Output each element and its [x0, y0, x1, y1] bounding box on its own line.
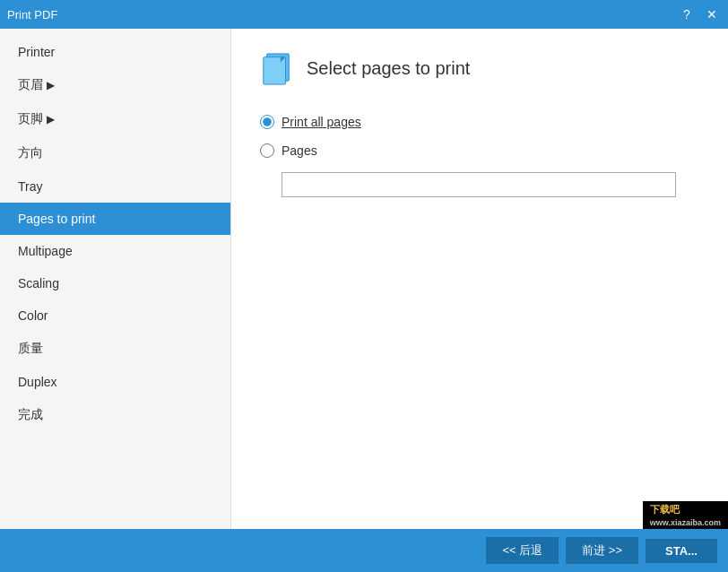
sidebar-item-tray[interactable]: Tray [0, 170, 230, 203]
radio-group: Print all pages Pages [260, 115, 699, 197]
sidebar-item-finish[interactable]: 完成 [0, 398, 230, 432]
window-title: Print PDF [7, 8, 57, 22]
help-button[interactable]: ? [678, 5, 696, 23]
svg-rect-1 [264, 57, 286, 84]
title-bar-controls: ? ✕ [678, 5, 721, 23]
sidebar: Printer 页眉 ▶ 页脚 ▶ 方向 Tray Pages to print… [0, 29, 231, 529]
sidebar-item-direction[interactable]: 方向 [0, 136, 230, 170]
sidebar-item-multipage[interactable]: Multipage [0, 235, 230, 267]
bottom-bar: << 后退 前进 >> STA... [0, 529, 728, 572]
pages-option[interactable]: Pages [260, 143, 699, 158]
sidebar-item-color[interactable]: Color [0, 299, 230, 332]
content-header: Select pages to print [260, 50, 699, 86]
back-button[interactable]: << 后退 [486, 537, 559, 564]
pages-icon [260, 50, 296, 86]
content-area: Select pages to print Print all pages Pa… [231, 29, 728, 529]
pages-radio[interactable] [260, 143, 274, 158]
pages-input[interactable] [282, 172, 676, 197]
arrow-icon: ▶ [47, 113, 55, 126]
title-bar: Print PDF ? ✕ [0, 0, 728, 29]
sidebar-item-pages-to-print[interactable]: Pages to print [0, 203, 230, 235]
sidebar-item-scaling[interactable]: Scaling [0, 267, 230, 299]
next-button[interactable]: 前进 >> [566, 537, 638, 564]
start-button[interactable]: STA... [646, 539, 717, 563]
sidebar-item-page-footer[interactable]: 页脚 ▶ [0, 102, 230, 136]
watermark: 下载吧www.xiazaiba.com [643, 501, 728, 529]
content-title: Select pages to print [307, 58, 470, 79]
print-all-label: Print all pages [282, 115, 361, 129]
close-button[interactable]: ✕ [703, 5, 721, 23]
main-container: Printer 页眉 ▶ 页脚 ▶ 方向 Tray Pages to print… [0, 29, 728, 529]
sidebar-item-printer[interactable]: Printer [0, 36, 230, 68]
sidebar-item-page-margin[interactable]: 页眉 ▶ [0, 68, 230, 102]
sidebar-item-duplex[interactable]: Duplex [0, 366, 230, 398]
print-all-option[interactable]: Print all pages [260, 115, 699, 129]
print-all-radio[interactable] [260, 115, 274, 129]
pages-label: Pages [282, 143, 317, 158]
sidebar-item-quality[interactable]: 质量 [0, 332, 230, 366]
arrow-icon: ▶ [47, 79, 55, 91]
